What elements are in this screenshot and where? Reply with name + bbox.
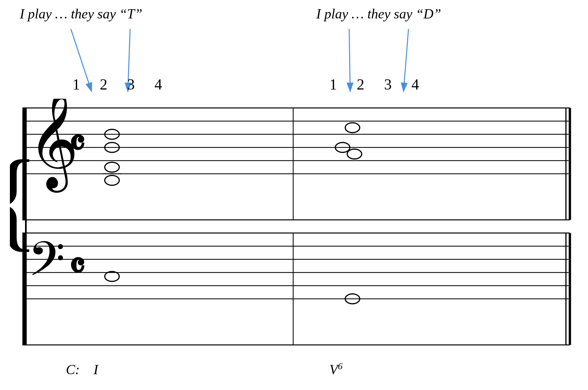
beat-left-4: 4 (154, 76, 162, 93)
svg-point-34 (347, 149, 362, 159)
beat-left-2: 2 (100, 76, 107, 93)
svg-text:𝄢: 𝄢 (28, 233, 65, 297)
svg-rect-24 (25, 108, 27, 345)
page-container: I play … they say “T” I play … they say … (0, 0, 588, 390)
annotation-right: I play … they say “D” (316, 6, 441, 22)
beat-numbers-right: 1 2 3 4 (329, 76, 419, 93)
beat-left-1: 1 (72, 76, 80, 93)
annotation-left: I play … they say “T” (20, 6, 142, 22)
beat-numbers-left: 1 2 3 4 (72, 76, 162, 93)
svg-point-32 (345, 123, 360, 133)
staff-container: { 𝄞 𝄴 (10, 99, 580, 355)
label-c-i: C: I (66, 362, 98, 377)
beat-left-3: 3 (127, 76, 135, 93)
svg-point-27 (105, 175, 119, 185)
staff-svg: { 𝄞 𝄴 (10, 99, 580, 355)
label-v6: V6 (329, 361, 343, 377)
svg-text:𝄴: 𝄴 (69, 124, 85, 164)
beat-right-4: 4 (411, 76, 419, 93)
beat-right-1: 1 (329, 76, 337, 93)
beat-right-2: 2 (357, 76, 364, 93)
beat-right-3: 3 (384, 76, 392, 93)
svg-point-37 (105, 272, 119, 281)
svg-text:𝄴: 𝄴 (69, 247, 85, 287)
svg-point-29 (105, 162, 119, 172)
